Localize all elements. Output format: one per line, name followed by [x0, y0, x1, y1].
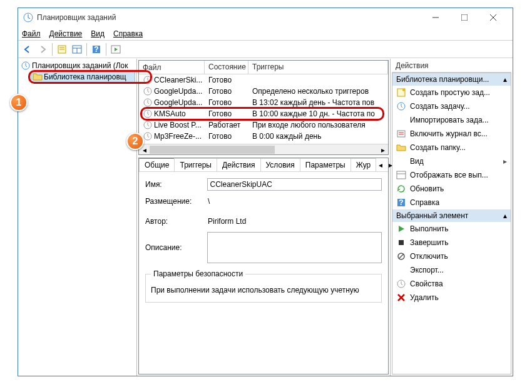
scroll-thumb[interactable] [150, 146, 275, 154]
tree-root-label: Планировщик заданий (Лок [32, 61, 128, 70]
task-row[interactable]: CCleanerSki...Готово [139, 74, 388, 86]
name-field[interactable] [207, 178, 382, 191]
task-row[interactable]: Live Boost P...РаботаетПри входе любого … [139, 119, 388, 131]
back-button[interactable] [21, 43, 34, 56]
import-icon [396, 115, 406, 125]
action-create-basic-task[interactable]: Создать простую зад... [392, 86, 511, 99]
forward-button[interactable] [36, 43, 49, 56]
scroll-right-icon[interactable]: ▸ [377, 144, 388, 155]
history-icon [396, 129, 406, 139]
action-enable-history[interactable]: Включить журнал вс... [392, 127, 511, 141]
menu-action[interactable]: Действие [49, 29, 83, 38]
menu-file[interactable]: Файл [22, 29, 41, 38]
svg-rect-2 [461, 14, 468, 21]
action-export[interactable]: Экспорт... [392, 263, 511, 277]
tree-library[interactable]: Библиотека планировщ [31, 71, 135, 83]
action-delete[interactable]: Удалить [392, 291, 511, 304]
tab-general[interactable]: Общие [139, 158, 175, 171]
action-properties[interactable]: Свойства [392, 277, 511, 291]
run-button[interactable] [109, 43, 123, 56]
tab-conditions[interactable]: Условия [260, 158, 300, 171]
task-list: Файл Состояние Триггеры CCleanerSki...Го… [138, 60, 389, 155]
help-button[interactable]: ? [90, 43, 103, 56]
delete-icon [396, 293, 406, 303]
actions-header: Действия [392, 60, 511, 73]
disable-icon [396, 251, 406, 261]
action-show-all-running[interactable]: Отображать все вып... [392, 168, 511, 182]
actions-inner: Библиотека планировщи... ▴ Создать прост… [392, 73, 511, 374]
task-row[interactable]: Mp3FreeZe-...ГотовоВ 0:00 каждый день [139, 131, 388, 142]
tab-journal[interactable]: Жур [350, 158, 376, 171]
action-create-task[interactable]: Создать задачу... [392, 99, 511, 113]
toolbar: ? [18, 41, 513, 58]
task-header: Файл Состояние Триггеры [139, 61, 388, 74]
maximize-button[interactable] [450, 8, 479, 27]
actions-group-library[interactable]: Библиотека планировщи... ▴ [392, 73, 511, 86]
col-file[interactable]: Файл [139, 61, 205, 74]
description-field[interactable] [207, 232, 382, 263]
security-legend: Параметры безопасности [151, 269, 245, 278]
action-run[interactable]: Выполнить [392, 222, 511, 236]
task-row[interactable]: GoogleUpda...ГотовоОпределено несколько … [139, 86, 388, 97]
location-value: \ [208, 197, 382, 206]
menubar: Файл Действие Вид Справка [18, 27, 513, 41]
action-disable[interactable]: Отключить [392, 249, 511, 263]
security-group: Параметры безопасности При выполнении за… [145, 269, 382, 303]
content: Планировщик заданий (Лок Библиотека план… [18, 58, 513, 376]
chevron-right-icon: ▸ [503, 157, 507, 166]
new-folder-icon [396, 143, 406, 153]
col-triggers[interactable]: Триггеры [248, 61, 388, 74]
tab-actions[interactable]: Действия [217, 158, 261, 171]
svg-line-33 [399, 254, 404, 259]
menu-help[interactable]: Справка [113, 29, 143, 38]
tab-triggers[interactable]: Триггеры [174, 158, 217, 171]
running-icon [396, 170, 406, 180]
tab-nav-left-icon[interactable]: ◂ [376, 158, 386, 171]
svg-text:?: ? [399, 198, 403, 207]
middle-panel: Файл Состояние Триггеры CCleanerSki...Го… [137, 59, 391, 376]
action-end[interactable]: Завершить [392, 236, 511, 249]
actions-group-selected[interactable]: Выбранный элемент ▴ [392, 209, 511, 222]
play-icon [396, 224, 406, 234]
action-refresh[interactable]: Обновить [392, 182, 511, 196]
task-body: CCleanerSki...Готово GoogleUpda...Готово… [139, 74, 388, 144]
action-view[interactable]: Вид▸ [392, 154, 511, 168]
actions-panel: Действия Библиотека планировщи... ▴ Созд… [391, 59, 513, 376]
tab-settings[interactable]: Параметры [300, 158, 351, 171]
name-label: Имя: [145, 180, 207, 189]
stop-icon [396, 238, 406, 248]
svg-point-22 [402, 89, 405, 91]
tab-nav-right-icon[interactable]: ▸ [386, 158, 396, 171]
svg-rect-24 [397, 131, 405, 137]
tree-root[interactable]: Планировщик заданий (Лок [19, 60, 135, 71]
collapse-icon[interactable]: ▴ [503, 211, 507, 220]
tree-library-label: Библиотека планировщ [44, 73, 126, 81]
author-value: Piriform Ltd [208, 217, 382, 226]
task-row[interactable]: GoogleUpda...ГотовоВ 13:02 каждый день -… [139, 97, 388, 108]
author-label: Автор: [145, 217, 208, 226]
action-new-folder[interactable]: Создать папку... [392, 141, 511, 154]
svg-text:?: ? [94, 45, 98, 54]
wizard-icon [396, 88, 406, 98]
security-text: При выполнении задачи использовать следу… [151, 283, 376, 297]
details-body: Имя: Размещение: \ Автор: Piriform Ltd О… [139, 172, 388, 374]
collapse-icon[interactable]: ▴ [503, 75, 507, 84]
properties-button[interactable] [55, 43, 69, 56]
window-buttons [421, 8, 508, 27]
help-icon: ? [396, 198, 406, 208]
details-pane-button[interactable] [70, 43, 84, 56]
menu-view[interactable]: Вид [91, 29, 105, 38]
action-help[interactable]: ?Справка [392, 196, 511, 209]
col-state[interactable]: Состояние [205, 61, 248, 74]
hscrollbar[interactable]: ◂ ▸ [139, 144, 388, 154]
folder-icon [33, 72, 43, 82]
properties-icon [396, 279, 406, 289]
tree-panel: Планировщик заданий (Лок Библиотека план… [18, 59, 137, 376]
task-row[interactable]: KMSAutoГотовоВ 10:00 каждые 10 дн. - Час… [139, 108, 388, 119]
close-button[interactable] [479, 8, 508, 27]
callout-1: 1 [10, 94, 28, 111]
action-import-task[interactable]: Импортировать зада... [392, 113, 511, 127]
svg-rect-27 [397, 171, 406, 179]
description-label: Описание: [145, 243, 207, 252]
minimize-button[interactable] [421, 8, 450, 27]
